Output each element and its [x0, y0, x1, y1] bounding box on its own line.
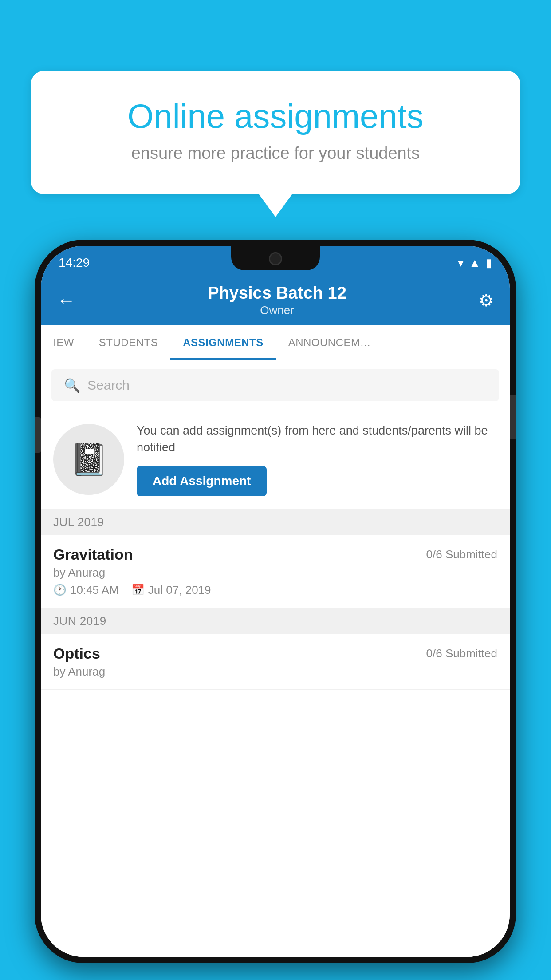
signal-icon: ▲ [469, 256, 480, 270]
header-subtitle: Owner [75, 304, 479, 317]
assignment-name: Gravitation [53, 546, 133, 563]
notebook-icon: 📓 [70, 441, 108, 478]
search-icon: 🔍 [64, 378, 80, 393]
promo-text: You can add assignment(s) from here and … [137, 423, 497, 456]
settings-icon[interactable]: ⚙ [479, 291, 494, 310]
bubble-subtitle: ensure more practice for your students [62, 144, 489, 163]
status-icons: ▾ ▲ ▮ [458, 256, 492, 270]
app-header: ← Physics Batch 12 Owner ⚙ [41, 276, 510, 325]
tab-assignments[interactable]: ASSIGNMENTS [170, 325, 276, 360]
bubble-title: Online assignments [62, 98, 489, 135]
front-camera [269, 252, 282, 265]
section-jul-2019: JUL 2019 [41, 509, 510, 535]
calendar-icon: 📅 [131, 584, 145, 596]
add-assignment-button[interactable]: Add Assignment [137, 466, 267, 496]
phone-notch [231, 246, 320, 270]
wifi-icon: ▾ [458, 256, 464, 270]
search-bar[interactable]: 🔍 Search [51, 369, 499, 401]
clock-icon: 🕐 [53, 584, 67, 596]
phone-screen: 14:29 ▾ ▲ ▮ ← Physics Batch 12 Owner ⚙ I… [41, 246, 510, 957]
speech-bubble: Online assignments ensure more practice … [31, 71, 520, 194]
promo-icon-circle: 📓 [53, 424, 124, 495]
search-placeholder: Search [87, 378, 130, 393]
section-jun-2019: JUN 2019 [41, 608, 510, 634]
assignment-meta: 🕐 10:45 AM 📅 Jul 07, 2019 [53, 583, 497, 597]
header-center: Physics Batch 12 Owner [75, 284, 479, 317]
battery-icon: ▮ [486, 256, 492, 270]
status-time: 14:29 [59, 256, 90, 270]
assignment-row1-optics: Optics 0/6 Submitted [53, 645, 497, 662]
volume-button [35, 417, 41, 453]
meta-time: 🕐 10:45 AM [53, 583, 119, 597]
power-button [510, 395, 516, 439]
optics-name: Optics [53, 645, 100, 662]
back-button[interactable]: ← [57, 290, 75, 311]
tab-iew[interactable]: IEW [41, 325, 87, 360]
content-area: 🔍 Search 📓 You can add assignment(s) fro… [41, 360, 510, 957]
promo-right: You can add assignment(s) from here and … [137, 423, 497, 496]
optics-submitted: 0/6 Submitted [426, 647, 497, 660]
assignment-date: Jul 07, 2019 [148, 583, 211, 597]
assignment-gravitation[interactable]: Gravitation 0/6 Submitted by Anurag 🕐 10… [41, 535, 510, 608]
meta-date: 📅 Jul 07, 2019 [131, 583, 211, 597]
tabs-bar: IEW STUDENTS ASSIGNMENTS ANNOUNCEM… [41, 325, 510, 360]
tab-announcements[interactable]: ANNOUNCEM… [276, 325, 383, 360]
assignment-row1: Gravitation 0/6 Submitted [53, 546, 497, 563]
assignment-submitted: 0/6 Submitted [426, 548, 497, 561]
optics-by: by Anurag [53, 665, 497, 679]
header-title: Physics Batch 12 [75, 284, 479, 303]
assignment-optics[interactable]: Optics 0/6 Submitted by Anurag [41, 634, 510, 690]
assignment-by: by Anurag [53, 566, 497, 580]
phone-frame: 14:29 ▾ ▲ ▮ ← Physics Batch 12 Owner ⚙ I… [35, 240, 516, 963]
tab-students[interactable]: STUDENTS [87, 325, 170, 360]
assignment-time: 10:45 AM [70, 583, 119, 597]
add-assignment-promo: 📓 You can add assignment(s) from here an… [41, 410, 510, 509]
